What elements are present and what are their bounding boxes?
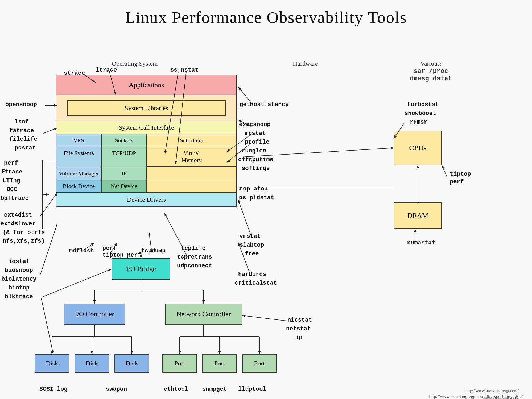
tool-udpconnect: udpconnect <box>177 263 212 269</box>
tool-filelife: filelife <box>9 136 38 143</box>
tool-ftrace: Ftrace <box>1 169 22 175</box>
port2-box: Port <box>202 354 237 373</box>
page-title: Linux Performance Observability Tools <box>0 0 532 30</box>
tool-bcc: BCC <box>7 186 17 193</box>
tool-profile: profile <box>245 139 269 146</box>
layer-syscall: System Call Interface <box>56 121 236 134</box>
port3-box: Port <box>242 354 277 373</box>
disk1-box: Disk <box>35 354 69 373</box>
tool-slabtop: slabtop <box>240 242 264 248</box>
tool-perf: perf <box>4 160 18 167</box>
tool-tcpdump: tcpdump <box>141 248 166 254</box>
os-container: Applications System Libraries System Cal… <box>56 75 237 207</box>
cell-scheduler: Scheduler <box>147 134 236 147</box>
tool-strace: strace <box>64 70 85 77</box>
tool-lldptool: lldptool <box>238 386 266 393</box>
cell-sockets: Sockets <box>102 134 147 147</box>
tool-ext4slower: ext4slower <box>1 221 36 227</box>
tool-ext4dist: ext4dist <box>4 212 32 218</box>
layer-devdrivers: Device Drivers <box>56 193 236 206</box>
tool-numastat: numastat <box>407 240 435 246</box>
tool-criticalstat: criticalstat <box>235 280 277 286</box>
port1-box: Port <box>162 354 197 373</box>
tool-vmstat: vmstat <box>240 233 261 240</box>
cell-volmgr: Volume Manager <box>56 167 102 180</box>
cell-vfs: VFS <box>56 134 102 147</box>
cell-netdev: Net Device <box>102 180 147 192</box>
svg-line-46 <box>442 165 447 177</box>
tool-fatrace: fatrace <box>9 127 34 134</box>
tool-perf-tiptop: perf tiptop perf <box>102 245 141 259</box>
tool-ltrace: ltrace <box>96 67 117 73</box>
tool-free: free <box>245 251 259 257</box>
tool-tcpretrans: tcpretrans <box>177 254 212 260</box>
svg-line-23 <box>238 200 251 237</box>
tool-nfs-xfs-zfs: nfs,xfs,zfs) <box>3 238 45 244</box>
net-controller-box: Network Controller <box>165 304 242 325</box>
svg-line-7 <box>43 128 57 133</box>
tool-offcputime: offcputime <box>238 156 273 163</box>
tool-nicstat: nicstat <box>287 317 312 323</box>
tool-gethostlatency: gethostlatency <box>240 101 289 108</box>
cell-fs: File Systems <box>56 147 102 167</box>
tool-tcplife: tcplife <box>181 245 205 252</box>
tool-pcstat: pcstat <box>15 145 36 151</box>
tool-btrfs-note: (& for btrfs <box>3 229 45 236</box>
svg-line-16 <box>40 193 57 216</box>
tool-biotop: biotop <box>9 285 30 291</box>
tool-biolatency: biolatency <box>1 276 36 282</box>
svg-line-49 <box>41 298 53 354</box>
cell-ip: IP <box>102 167 147 180</box>
io-bridge-box: I/O Bridge <box>112 258 170 280</box>
os-section-label: Operating System <box>112 60 158 67</box>
tool-netstat: netstat <box>286 326 311 332</box>
tool-scsi-log: SCSI log <box>39 386 68 393</box>
svg-line-48 <box>242 315 286 321</box>
cpus-box: CPUs <box>394 131 442 165</box>
disk3-box: Disk <box>114 354 149 373</box>
tool-iostat: iostat <box>9 258 30 265</box>
tool-ip-cmd: ip <box>295 334 302 341</box>
tool-execsnoop: execsnoop <box>239 121 271 128</box>
tool-snmpget: snmpget <box>202 386 227 393</box>
tool-turbostat: turbostat <box>407 101 439 108</box>
io-controller-box: I/O Controller <box>64 304 125 325</box>
tool-ss-nstat: ss nstat <box>170 67 199 73</box>
tool-rdmsr: rdmsr <box>410 119 427 126</box>
tool-lttng: LTTng <box>3 177 20 184</box>
tool-showboost: showboost <box>405 110 436 117</box>
various-section-label: Various: sar /proc dmesg dstat <box>410 60 452 82</box>
tool-mdflush: mdflush <box>69 248 94 254</box>
layer-syslibs: System Libraries <box>67 100 226 116</box>
tool-ps-pidstat: ps pidstat <box>239 194 274 201</box>
tool-lsof: lsof <box>15 119 29 125</box>
tool-mpstat: mpstat <box>245 130 266 137</box>
dram-box: DRAM <box>394 202 442 229</box>
tool-softirqs: softirqs <box>242 165 270 172</box>
tool-top-atop: top atop <box>240 186 268 192</box>
tool-opensnoop: opensnoop <box>5 101 37 108</box>
cell-blkdev: Block Device <box>56 180 102 192</box>
cell-tcpudp: TCP/UDP <box>102 147 147 167</box>
footnote-text: http://www.brendangregg.com/ linuxperf.h… <box>465 388 519 399</box>
disk2-box: Disk <box>75 354 109 373</box>
tool-bpftrace: bpftrace <box>1 195 29 202</box>
svg-line-18 <box>43 269 112 297</box>
tool-runqlen: runqlen <box>242 148 266 154</box>
hw-section-label: Hardware <box>293 60 318 67</box>
tool-hardirqs: hardirqs <box>238 271 266 278</box>
tool-blktrace: blktrace <box>5 293 33 300</box>
cell-virtmem: VirtualMemory <box>147 147 236 167</box>
tool-swapon: swapon <box>106 386 127 393</box>
tool-tiptop: tiptop perf <box>450 171 471 186</box>
tool-biosnoop: biosnoop <box>5 267 33 274</box>
layer-applications: Applications <box>56 75 236 95</box>
tool-ethtool: ethtool <box>164 386 188 393</box>
